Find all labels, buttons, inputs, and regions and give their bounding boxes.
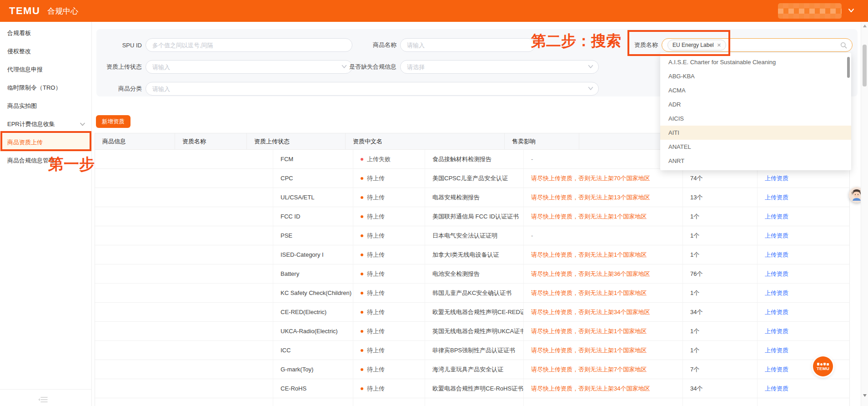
sidebar-item[interactable]: 代理信息申报 (0, 61, 91, 79)
missing-info-input[interactable] (400, 60, 599, 74)
cert-name-multiselect[interactable]: EU Energy Label ✕ (662, 38, 853, 52)
cell-product-info (95, 245, 273, 264)
page-scrollbar[interactable] (861, 22, 868, 406)
dropdown-option[interactable]: A.I.S.E. Charter for Sustainable Cleanin… (660, 55, 851, 69)
dropdown-option[interactable]: ABG-KBA (660, 69, 851, 83)
cell-action: 上传资质 (758, 360, 849, 379)
sidebar-item-label: 商品合规信息管理 (7, 157, 55, 165)
filter-upload-status: 资质上传状态 (96, 60, 352, 74)
status-text: 待上传 (367, 365, 385, 374)
temu-badge-float[interactable]: TEMU (813, 356, 833, 376)
cell-count: 1个 (683, 284, 758, 302)
sidebar-item-label: 商品资质上传 (7, 138, 43, 147)
cell-upload-status: 待上传 (353, 341, 425, 360)
cell-cert-name: ICC (273, 341, 353, 360)
scroll-up-icon[interactable] (863, 24, 867, 28)
dropdown-option[interactable]: AITI (660, 126, 851, 140)
cell-action: 上传资质 (758, 264, 849, 283)
sidebar-item[interactable]: 临时限制令（TRO） (0, 79, 91, 97)
dropdown-option[interactable]: ANATEL (660, 140, 851, 154)
dropdown-scrollbar-thumb[interactable] (847, 57, 850, 78)
upload-cert-link[interactable]: 上传资质 (765, 270, 788, 278)
sidebar-collapse-icon[interactable] (38, 396, 48, 403)
status-dot-icon (361, 158, 363, 161)
cert-table: 商品信息 资质名称 资质上传状态 资质中文名 售卖影响 FCM (95, 133, 850, 406)
upload-cert-link[interactable]: 上传资质 (765, 308, 788, 316)
status-text: 待上传 (367, 193, 385, 202)
table-header-cell: 资质中文名 (346, 133, 505, 149)
upload-cert-link[interactable]: 上传资质 (765, 251, 788, 259)
upload-cert-link[interactable]: 上传资质 (765, 193, 788, 202)
missing-info-select[interactable] (400, 60, 599, 74)
cell-upload-status: 待上传 (353, 169, 425, 188)
category-select[interactable] (146, 82, 599, 96)
sidebar-item[interactable]: 商品实拍图 (0, 97, 91, 115)
dropdown-option[interactable]: ADR (660, 97, 851, 112)
cell-cert-name: UL/CSA/ETL (273, 188, 353, 207)
category-input[interactable] (146, 82, 599, 96)
cell-cert-cn-name: 电池安全检测报告 (425, 264, 524, 283)
cell-sale-impact: - (524, 150, 683, 168)
cell-sale-impact: 请尽快上传资质，否则无法上架13个国家地区 (524, 188, 683, 207)
status-text: 待上传 (367, 174, 385, 183)
cell-cert-cn-name: 电器安规检测报告 (425, 188, 524, 207)
chevron-down-icon[interactable] (848, 8, 854, 13)
remove-tag-icon[interactable]: ✕ (717, 43, 721, 48)
table-header-cell: 售卖影响 (505, 133, 579, 149)
product-name-input[interactable] (400, 38, 535, 52)
upload-cert-link[interactable]: 上传资质 (765, 289, 788, 297)
status-dot-icon (361, 330, 363, 333)
cell-product-info (95, 207, 273, 226)
add-cert-button[interactable]: 新增资质 (96, 115, 130, 128)
sidebar-item[interactable]: 侵权整改 (0, 42, 91, 61)
spu-id-input[interactable] (146, 38, 352, 52)
scrollbar-thumb[interactable] (863, 45, 867, 86)
upload-status-input[interactable] (146, 60, 352, 74)
cell-cert-cn-name: 美国联邦通信局 FCC ID认证证书 (425, 207, 524, 226)
app-header: TEMU 合规中心 (0, 0, 868, 22)
cell-sale-impact: 请尽快上传资质，否则无法上架34个国家地区 (524, 303, 683, 321)
cell-cert-cn-name: 欧盟电器合规性声明CE-RoHS证书 (425, 379, 524, 398)
sidebar-item[interactable]: 商品资质上传 (0, 133, 91, 152)
sidebar-item[interactable]: EPR计费信息收集 (0, 115, 91, 133)
filter-category: 商品分类 (96, 82, 599, 96)
cell-count (683, 398, 758, 406)
sidebar-item-label: 商品实拍图 (7, 102, 37, 110)
cell-action: 上传资质 (758, 226, 849, 245)
user-account-blurred[interactable] (778, 3, 842, 19)
dropdown-option[interactable]: ANRT (660, 154, 851, 168)
cell-product-info (95, 303, 273, 321)
upload-status-select[interactable] (146, 60, 352, 74)
upload-cert-link[interactable]: 上传资质 (765, 232, 788, 240)
table-header-cell: 资质上传状态 (247, 133, 346, 149)
cell-sale-impact: 请尽快上传资质，否则无法上架1个国家地区 (524, 341, 683, 360)
cell-cert-cn-name: 菲律宾BPS强制性产品认证证书 (425, 341, 524, 360)
cell-action: 上传资质 (758, 284, 849, 302)
dropdown-option[interactable]: AICIS (660, 112, 851, 126)
cell-product-info (95, 322, 273, 340)
upload-cert-link[interactable]: 上传资质 (765, 213, 788, 221)
upload-cert-link[interactable]: 上传资质 (765, 346, 788, 355)
cell-upload-status: 待上传 (353, 188, 425, 207)
cell-product-info (95, 341, 273, 360)
dropdown-option[interactable]: ACMA (660, 83, 851, 97)
upload-cert-link[interactable]: 上传资质 (765, 365, 788, 374)
filter-spu-id: SPU ID (96, 38, 352, 52)
sidebar-item[interactable]: 合规看板 (0, 24, 91, 42)
scroll-down-icon[interactable] (863, 393, 867, 398)
upload-cert-link[interactable]: 上传资质 (765, 385, 788, 393)
cell-action: 上传资质 (758, 341, 849, 360)
cert-name-dropdown: A.I.S.E. Charter for Sustainable Cleanin… (660, 53, 851, 170)
cell-sale-impact: 请尽快上传资质，否则无法上架1个国家地区 (524, 284, 683, 302)
cell-upload-status: 待上传 (353, 322, 425, 340)
search-icon[interactable] (840, 42, 847, 49)
text-cursor (729, 41, 730, 49)
cell-product-info (95, 360, 273, 379)
status-text: 待上传 (367, 213, 385, 221)
cell-product-info (95, 150, 273, 168)
upload-cert-link[interactable]: 上传资质 (765, 174, 788, 183)
cell-cert-name: FCC ID (273, 207, 353, 226)
upload-cert-link[interactable]: 上传资质 (765, 327, 788, 335)
cell-count: 1个 (683, 207, 758, 226)
cell-action: 上传资质 (758, 188, 849, 207)
